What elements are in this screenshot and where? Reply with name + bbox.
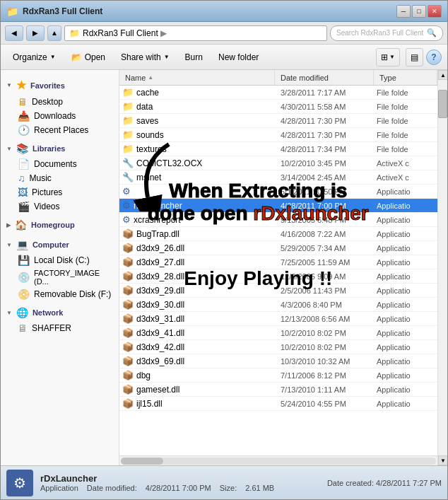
network-header[interactable]: ▼ 🌐 Network	[1, 304, 119, 321]
music-label: Music	[30, 173, 52, 183]
file-date: 3/14/2004 2:45 AM	[275, 173, 374, 182]
file-date: 4/3/2006 8:40 PM	[275, 301, 374, 309]
file-date: 3/28/2011 7:17 AM	[275, 88, 374, 97]
file-date: 7/13/2010 1:11 AM	[275, 385, 374, 394]
table-row[interactable]: 📦 d3dx9_30.dll 4/3/2006 8:40 PM Applicat…	[119, 298, 437, 312]
table-row[interactable]: 📦 d3dx9_29.dll 2/5/2006 11:43 PM Applica…	[119, 284, 437, 298]
views-button[interactable]: ⊞ ▼	[376, 48, 400, 66]
table-row[interactable]: 📁 sounds 4/28/2011 7:30 PM File folde	[119, 128, 437, 142]
computer-header[interactable]: ▼ 💻 Computer	[1, 236, 119, 253]
burn-button[interactable]: Burn	[179, 48, 209, 66]
table-row[interactable]: 📁 cache 3/28/2011 7:17 AM File folde	[119, 86, 437, 100]
table-row[interactable]: 📦 d3dx9_69.dll 10/3/2010 10:32 AM Applic…	[119, 354, 437, 368]
open-button[interactable]: 📂 Open	[65, 48, 112, 66]
table-row[interactable]: 📁 saves 4/28/2011 7:30 PM File folde	[119, 114, 437, 128]
open-icon: 📂	[71, 52, 82, 62]
burn-label: Burn	[185, 52, 203, 62]
favorites-header[interactable]: ▼ ★ Favorites	[1, 76, 119, 95]
col-header-name[interactable]: Name ▲	[119, 70, 275, 85]
videos-label: Videos	[34, 202, 59, 211]
table-row[interactable]: 📦 gameset.dll 7/13/2010 1:11 AM Applicat…	[119, 383, 437, 397]
h-scroll-track[interactable]	[121, 458, 436, 465]
status-meta: Application Date modified: 4/28/2011 7:0…	[40, 484, 274, 492]
local-disk-icon: 💾	[18, 255, 30, 266]
table-row[interactable]: 🔧 msinet 3/14/2004 2:45 AM ActiveX c	[119, 170, 437, 185]
sidebar-item-local-disk[interactable]: 💾 Local Disk (C:)	[1, 253, 119, 267]
horizontal-scrollbar[interactable]	[119, 455, 437, 465]
forward-button[interactable]: ▶	[26, 25, 45, 41]
table-row[interactable]: 📦 d3dx9_42.dll 10/2/2010 8:02 PM Applica…	[119, 340, 437, 354]
sidebar-item-videos[interactable]: 🎬 Videos	[1, 199, 119, 214]
file-name-cell: 📦 d3dx9_29.dll	[119, 285, 275, 296]
table-row[interactable]: 🔧 COMCTL32.OCX 10/2/2010 3:45 PM ActiveX…	[119, 156, 437, 170]
address-path[interactable]: 📁 RdxRan3 Full Client ▶	[64, 25, 327, 41]
computer-icon: 💻	[16, 239, 28, 250]
scroll-down-arrow[interactable]: ▼	[438, 455, 447, 465]
table-row[interactable]: 📦 BugTrap.dll 4/16/2008 7:22 AM Applicat…	[119, 227, 437, 241]
table-row[interactable]: 📁 data 4/30/2011 5:58 AM File folde	[119, 100, 437, 114]
table-row[interactable]: 📦 d3dx9_31.dll 12/13/2008 6:56 AM Applic…	[119, 312, 437, 326]
search-icon: 🔍	[427, 28, 437, 37]
back-button[interactable]: ◀	[5, 25, 23, 41]
preview-pane-button[interactable]: ▤	[406, 48, 423, 66]
vertical-scrollbar[interactable]: ▲ ▼	[437, 70, 447, 465]
table-row[interactable]: 📦 d3dx9_27.dll 7/25/2005 11:59 AM Applic…	[119, 255, 437, 269]
downloads-icon: 📥	[18, 110, 30, 122]
sidebar-item-desktop[interactable]: 🖥 Desktop	[1, 95, 119, 109]
search-box[interactable]: Search RdxRan3 Full Client 🔍	[330, 25, 443, 41]
table-row[interactable]: 📦 d3dx9_26.dll 5/29/2005 7:34 AM Applica…	[119, 241, 437, 255]
sidebar-item-shaffer[interactable]: 🖥 SHAFFER	[1, 321, 119, 335]
new-folder-button[interactable]: New folder	[212, 48, 265, 66]
up-button[interactable]: ▲	[47, 25, 61, 41]
table-row[interactable]: 📦 ijl15.dll 5/24/2010 4:55 PM Applicatio	[119, 397, 437, 411]
minimize-button[interactable]: ─	[396, 5, 411, 18]
file-name: rDxLauncher	[134, 201, 182, 211]
sidebar-item-removable[interactable]: 📀 Removable Disk (F:)	[1, 287, 119, 301]
table-row[interactable]: ⚙ 5/1/2011 10:50 PM Applicatio	[119, 185, 437, 199]
sidebar-item-recent-places[interactable]: 🕐 Recent Places	[1, 123, 119, 137]
file-name: ijl15.dll	[136, 399, 163, 409]
col-header-type[interactable]: Type	[374, 70, 437, 85]
file-list[interactable]: 📁 cache 3/28/2011 7:17 AM File folde 📁 d…	[119, 86, 437, 455]
table-row[interactable]: ⚙ rDxLauncher 4/28/2011 7:00 PM Applicat…	[119, 199, 437, 213]
maximize-button[interactable]: □	[412, 5, 426, 18]
file-date: 4/28/2011 7:00 PM	[275, 202, 374, 210]
table-row[interactable]: 📁 textures 4/28/2011 7:34 PM File folde	[119, 142, 437, 156]
share-with-button[interactable]: Share with ▼	[114, 48, 176, 66]
table-row[interactable]: 📦 dbg 7/11/2006 8:12 PM Applicatio	[119, 368, 437, 383]
table-row[interactable]: 📦 d3dx9_41.dll 10/2/2010 8:02 PM Applica…	[119, 326, 437, 340]
network-tri: ▼	[6, 310, 12, 316]
sidebar-item-factory[interactable]: 💿 FACTORY_IMAGE (D...	[1, 267, 119, 287]
table-row[interactable]: 📦 d3dx9_28.dll 12/8/2005 9:09 AM Applica…	[119, 269, 437, 284]
sidebar-item-documents[interactable]: 📄 Documents	[1, 157, 119, 171]
close-button[interactable]: ✕	[428, 5, 442, 18]
status-type: Application	[40, 484, 78, 492]
organize-button[interactable]: Organize ▼	[6, 48, 62, 66]
sidebar-item-music[interactable]: ♫ Music	[1, 171, 119, 185]
sidebar-item-pictures[interactable]: 🖼 Pictures	[1, 185, 119, 199]
status-date-created-label: Date created:	[327, 479, 374, 487]
file-date: 10/3/2010 10:32 AM	[275, 357, 374, 366]
file-name-cell: 📁 sounds	[119, 129, 275, 140]
file-name-cell: ⚙ xcrashreport	[119, 214, 275, 225]
scroll-up-arrow[interactable]: ▲	[438, 70, 447, 80]
file-name-cell: 📦 ijl15.dll	[119, 398, 275, 409]
file-name: d3dx9_42.dll	[136, 342, 184, 352]
table-row[interactable]: ⚙ xcrashreport 9/13/2005 6:48 PM Applica…	[119, 213, 437, 227]
scroll-thumb[interactable]	[438, 90, 447, 118]
homegroup-header[interactable]: ▶ 🏠 Homegroup	[1, 216, 119, 233]
file-name: textures	[136, 144, 167, 154]
file-name: COMCTL32.OCX	[136, 158, 202, 168]
dll-icon: 📦	[122, 228, 134, 239]
file-name: cache	[136, 88, 159, 98]
help-button[interactable]: ?	[426, 50, 442, 65]
h-scroll-thumb[interactable]	[121, 458, 163, 465]
libraries-header[interactable]: ▼ 📚 Libraries	[1, 140, 119, 157]
window-icon: 📁	[6, 6, 18, 17]
col-header-date[interactable]: Date modified	[275, 70, 374, 85]
file-name-cell: 📁 data	[119, 101, 275, 112]
homegroup-section: ▶ 🏠 Homegroup	[1, 216, 119, 233]
file-type: Applicatio	[374, 187, 437, 196]
folder-icon: 📁	[122, 129, 134, 140]
sidebar-item-downloads[interactable]: 📥 Downloads	[1, 109, 119, 123]
